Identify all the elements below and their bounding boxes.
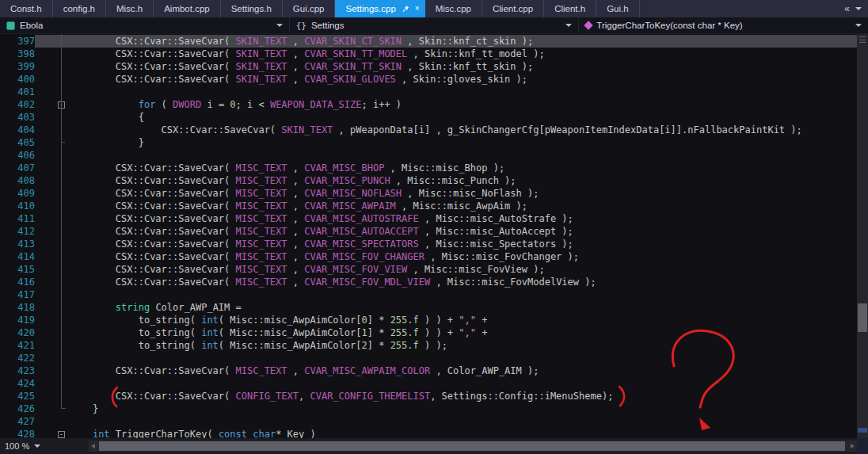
code-text[interactable]: CSX::Cvar::SaveCvar( SKIN_TEXT , CVAR_SK… bbox=[70, 48, 857, 60]
code-line-419: 419 to_string( int( Misc::misc_AwpAimCol… bbox=[0, 314, 857, 326]
zoom-control[interactable]: 100 % bbox=[0, 438, 89, 454]
code-text[interactable]: CSX::Cvar::SaveCvar( MISC_TEXT , CVAR_MI… bbox=[70, 212, 857, 225]
tab-settings-cpp[interactable]: Settings.cpp× bbox=[335, 0, 424, 17]
code-text[interactable]: to_string( int( Misc::misc_AwpAimColor[1… bbox=[70, 326, 857, 339]
splitter-grip-icon[interactable] bbox=[859, 36, 866, 43]
code-text[interactable]: CSX::Cvar::SaveCvar( MISC_TEXT , CVAR_MI… bbox=[70, 162, 857, 174]
pin-icon[interactable] bbox=[402, 5, 409, 13]
code-text[interactable]: CSX::Cvar::SaveCvar( MISC_TEXT , CVAR_MI… bbox=[70, 187, 857, 200]
code-line-403: 403 { bbox=[0, 111, 857, 124]
code-text[interactable]: int TriggerCharToKey( const char* Key ) bbox=[70, 428, 857, 438]
code-text[interactable] bbox=[70, 288, 857, 301]
fold-margin bbox=[35, 60, 70, 73]
line-number: 422 bbox=[0, 352, 35, 364]
code-line-397: 397 CSX::Cvar::SaveCvar( SKIN_TEXT , CVA… bbox=[0, 35, 857, 48]
line-number: 407 bbox=[0, 162, 35, 174]
braces-icon: {} bbox=[296, 21, 306, 31]
fold-margin bbox=[35, 174, 70, 187]
code-line-411: 411 CSX::Cvar::SaveCvar( MISC_TEXT , CVA… bbox=[0, 212, 857, 225]
tab-overflow-icon[interactable]: « bbox=[844, 3, 850, 14]
code-text[interactable]: CSX::Cvar::SaveCvar( MISC_TEXT , CVAR_MI… bbox=[70, 200, 857, 212]
scroll-right-arrow-icon[interactable] bbox=[851, 444, 855, 448]
code-text[interactable] bbox=[70, 352, 857, 364]
fold-margin bbox=[35, 86, 70, 98]
tab-gui-cpp[interactable]: Gui.cpp bbox=[283, 0, 336, 17]
code-text[interactable]: { bbox=[70, 111, 857, 124]
fold-toggle-icon[interactable]: - bbox=[58, 431, 65, 438]
code-text[interactable] bbox=[70, 149, 857, 162]
code-text[interactable]: } bbox=[70, 136, 857, 149]
code-text[interactable]: for ( DWORD i = 0; i < WEAPON_DATA_SIZE;… bbox=[70, 98, 857, 111]
tab-misc-cpp[interactable]: Misc.cpp bbox=[425, 0, 482, 17]
code-text[interactable]: CSX::Cvar::SaveCvar( MISC_TEXT , CVAR_MI… bbox=[70, 174, 857, 187]
code-line-414: 414 CSX::Cvar::SaveCvar( MISC_TEXT , CVA… bbox=[0, 250, 857, 263]
zoom-dropdown-icon[interactable] bbox=[34, 444, 40, 448]
outline-guide-function-end bbox=[61, 408, 66, 409]
code-editor[interactable]: 397 CSX::Cvar::SaveCvar( SKIN_TEXT , CVA… bbox=[0, 34, 868, 438]
fold-margin bbox=[35, 288, 70, 301]
tab-overflow-controls: « bbox=[838, 0, 868, 17]
code-line-418: 418 string Color_AWP_AIM = bbox=[0, 301, 857, 314]
tab-gui-h[interactable]: Gui.h bbox=[596, 0, 640, 17]
tab-client-cpp[interactable]: Client.cpp bbox=[482, 0, 544, 17]
vertical-scrollbar-thumb[interactable] bbox=[858, 303, 867, 332]
navbar-member-combo[interactable]: TriggerCharToKey(const char * Key) bbox=[579, 17, 868, 33]
tab-label: Client.cpp bbox=[493, 4, 533, 13]
code-text[interactable] bbox=[70, 377, 857, 390]
code-line-415: 415 CSX::Cvar::SaveCvar( MISC_TEXT , CVA… bbox=[0, 263, 857, 276]
code-text[interactable]: CSX::Cvar::SaveCvar( SKIN_TEXT , CVAR_SK… bbox=[70, 60, 857, 73]
code-line-412: 412 CSX::Cvar::SaveCvar( MISC_TEXT , CVA… bbox=[0, 225, 857, 238]
tab-aimbot-cpp[interactable]: Aimbot.cpp bbox=[154, 0, 221, 17]
fold-margin bbox=[35, 238, 70, 250]
vertical-scrollbar[interactable] bbox=[857, 34, 868, 438]
tab-config-h[interactable]: config.h bbox=[53, 0, 106, 17]
tab-settings-h[interactable]: Settings.h bbox=[221, 0, 283, 17]
line-number: 419 bbox=[0, 314, 35, 326]
outline-guide-for-loop-end bbox=[61, 142, 65, 143]
code-text[interactable] bbox=[70, 415, 857, 428]
code-text[interactable]: CSX::Cvar::SaveCvar( MISC_TEXT , CVAR_MI… bbox=[70, 276, 857, 288]
tab-const-h[interactable]: Const.h bbox=[0, 0, 53, 17]
chevron-down-icon bbox=[565, 24, 572, 27]
tab-label: Gui.cpp bbox=[293, 4, 325, 13]
code-line-413: 413 CSX::Cvar::SaveCvar( MISC_TEXT , CVA… bbox=[0, 238, 857, 250]
fold-margin bbox=[35, 187, 70, 200]
navigation-bar: Ebola {} Settings TriggerCharToKey(const… bbox=[0, 17, 868, 34]
code-text[interactable]: } bbox=[70, 402, 857, 415]
code-text[interactable]: CSX::Cvar::SaveCvar( SKIN_TEXT , CVAR_SK… bbox=[70, 35, 857, 48]
code-text[interactable]: to_string( int( Misc::misc_AwpAimColor[0… bbox=[70, 314, 857, 326]
code-text[interactable]: CSX::Cvar::SaveCvar( SKIN_TEXT , pWeapon… bbox=[70, 124, 857, 136]
fold-margin bbox=[35, 364, 70, 377]
tab-misc-h[interactable]: Misc.h bbox=[106, 0, 154, 17]
navbar-project-combo[interactable]: Ebola bbox=[0, 17, 290, 33]
navbar-type-combo[interactable]: {} Settings bbox=[290, 17, 580, 33]
code-text[interactable] bbox=[70, 86, 857, 98]
code-text[interactable]: CSX::Cvar::SaveCvar( MISC_TEXT , CVAR_MI… bbox=[70, 250, 857, 263]
code-text[interactable]: CSX::Cvar::SaveCvar( CONFIG_TEXT, CVAR_C… bbox=[70, 390, 857, 402]
close-icon[interactable]: × bbox=[415, 5, 420, 13]
document-tab-bar: Const.hconfig.hMisc.hAimbot.cppSettings.… bbox=[0, 0, 868, 17]
code-text[interactable]: CSX::Cvar::SaveCvar( MISC_TEXT , CVAR_MI… bbox=[70, 238, 857, 250]
line-number: 412 bbox=[0, 225, 35, 238]
scroll-left-arrow-icon[interactable] bbox=[91, 444, 95, 448]
horizontal-scrollbar-thumb[interactable] bbox=[99, 441, 845, 451]
code-text[interactable]: CSX::Cvar::SaveCvar( SKIN_TEXT , CVAR_SK… bbox=[70, 73, 857, 86]
fold-margin bbox=[35, 339, 70, 352]
fold-margin bbox=[35, 212, 70, 225]
code-text[interactable]: string Color_AWP_AIM = bbox=[70, 301, 857, 314]
code-text[interactable]: CSX::Cvar::SaveCvar( MISC_TEXT , CVAR_MI… bbox=[70, 263, 857, 276]
code-text[interactable]: CSX::Cvar::SaveCvar( MISC_TEXT , CVAR_MI… bbox=[70, 364, 857, 377]
line-number: 413 bbox=[0, 238, 35, 250]
horizontal-scrollbar[interactable] bbox=[89, 441, 857, 452]
tab-strip: Const.hconfig.hMisc.hAimbot.cppSettings.… bbox=[0, 0, 640, 17]
code-text[interactable]: to_string( int( Misc::misc_AwpAimColor[2… bbox=[70, 339, 857, 352]
tab-client-h[interactable]: Client.h bbox=[544, 0, 596, 17]
code-line-405: 405 } bbox=[0, 136, 857, 149]
scrollbar-caret-marker bbox=[858, 428, 867, 433]
code-text[interactable]: CSX::Cvar::SaveCvar( MISC_TEXT , CVAR_MI… bbox=[70, 225, 857, 238]
tab-label: Settings.cpp bbox=[345, 4, 395, 13]
tab-label: Client.h bbox=[554, 4, 585, 13]
tab-list-dropdown-icon[interactable] bbox=[855, 7, 862, 10]
tab-label: Settings.h bbox=[231, 4, 272, 13]
fold-margin bbox=[35, 35, 70, 48]
